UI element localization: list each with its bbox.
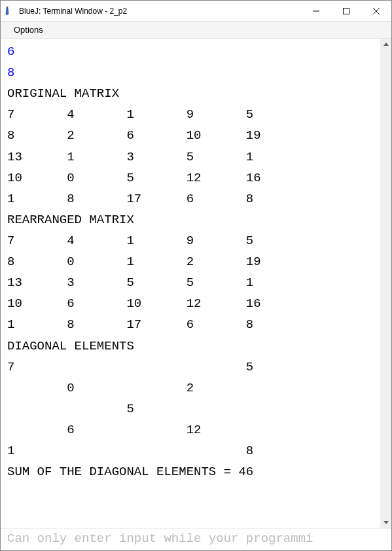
terminal-line: 7 5 — [7, 357, 376, 378]
terminal-line: 1 8 17 6 8 — [7, 314, 376, 335]
terminal-line: 13 3 5 5 1 — [7, 272, 376, 293]
menu-options[interactable]: Options — [10, 24, 47, 36]
minimize-button[interactable] — [301, 1, 331, 21]
bluej-icon — [5, 6, 15, 16]
terminal-line: 1 8 17 6 8 — [7, 188, 376, 209]
terminal-line: 6 — [7, 41, 376, 62]
terminal-line: REARRANGED MATRIX — [7, 209, 376, 230]
terminal-area: 68ORIGINAL MATRIX7 4 1 9 58 2 6 10 1913 … — [1, 39, 391, 550]
terminal-line: 8 0 1 2 19 — [7, 251, 376, 272]
terminal-line: 7 4 1 9 5 — [7, 104, 376, 125]
terminal-line: 8 — [7, 62, 376, 83]
status-bar: Can only enter input while your programm… — [1, 528, 391, 550]
close-button[interactable] — [361, 1, 391, 21]
terminal-window: BlueJ: Terminal Window - 2_p2 Options 68… — [0, 0, 392, 551]
terminal-line: 7 4 1 9 5 — [7, 230, 376, 251]
scrollbar[interactable] — [380, 39, 391, 528]
titlebar: BlueJ: Terminal Window - 2_p2 — [1, 1, 391, 22]
scroll-down-arrow[interactable] — [380, 517, 391, 528]
terminal-line: 10 6 10 12 16 — [7, 293, 376, 314]
svg-marker-5 — [383, 521, 389, 524]
terminal-output[interactable]: 68ORIGINAL MATRIX7 4 1 9 58 2 6 10 1913 … — [1, 39, 380, 528]
terminal-line: 8 2 6 10 19 — [7, 125, 376, 146]
svg-marker-4 — [383, 43, 389, 46]
terminal-line: DIAGONAL ELEMENTS — [7, 336, 376, 357]
terminal-line: 6 12 — [7, 419, 376, 440]
terminal-line: 13 1 3 5 1 — [7, 147, 376, 168]
svg-rect-1 — [344, 8, 349, 14]
terminal-line: 1 8 — [7, 440, 376, 461]
window-title: BlueJ: Terminal Window - 2_p2 — [19, 7, 301, 16]
terminal-line: 5 — [7, 399, 376, 419]
terminal-line: 10 0 5 12 16 — [7, 168, 376, 188]
terminal-line: ORIGINAL MATRIX — [7, 83, 376, 104]
scroll-up-arrow[interactable] — [380, 39, 391, 50]
terminal-line: SUM OF THE DIAGONAL ELEMENTS = 46 — [7, 461, 376, 482]
window-controls — [301, 1, 391, 21]
maximize-button[interactable] — [331, 1, 361, 21]
terminal-line: 0 2 — [7, 378, 376, 399]
menubar: Options — [1, 22, 391, 39]
